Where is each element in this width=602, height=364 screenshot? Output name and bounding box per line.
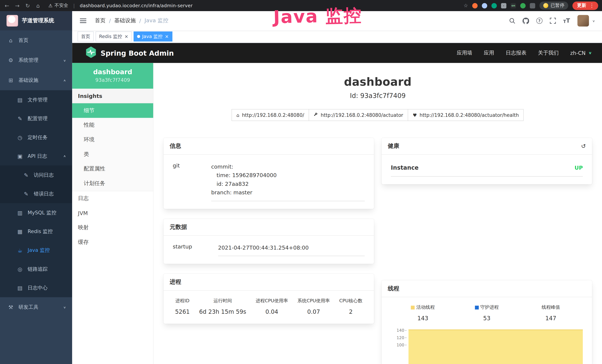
close-icon[interactable]: × — [124, 34, 128, 39]
browser-home-icon[interactable]: ⌂ — [35, 2, 41, 9]
health-card-title: 健康 — [388, 142, 399, 150]
sba-main: dashboard Id: 93a3fc7f7409 ⌂ http://192.… — [153, 63, 602, 364]
active-threads-swatch — [411, 305, 415, 309]
extension-icon[interactable] — [472, 3, 478, 8]
log-doc-icon: ✎ — [23, 172, 29, 178]
health-card: 健康 ↺ Instance UP — [382, 138, 592, 184]
extension-icon[interactable]: on — [511, 3, 516, 8]
sidebar-item-home[interactable]: ⌂ 首页 — [0, 30, 72, 50]
breadcrumb-infrastructure[interactable]: 基础设施 — [114, 17, 136, 24]
sba-header: Spring Boot Admin 应用墙 应用 日志报表 关于我们 zh-CN… — [72, 43, 602, 63]
sba-nav-applications[interactable]: 应用 — [484, 50, 494, 56]
extension-icon[interactable] — [492, 3, 497, 8]
sidebar-item-config-management[interactable]: ✎ 配置管理 — [0, 109, 72, 128]
actuator-url-link[interactable]: http://192.168.0.2:48080/actuator — [309, 109, 408, 121]
sba-nav-about[interactable]: 关于我们 — [538, 50, 559, 56]
breadcrumb-home[interactable]: 首页 — [95, 17, 106, 24]
face-icon — [543, 3, 548, 8]
infrastructure-submenu: ▤ 文件管理 ✎ 配置管理 ◷ 定时任务 ▣ API 日志 ∧ — [0, 90, 72, 297]
log-doc-icon: ✎ — [23, 191, 29, 197]
sidebar-item-java-monitor[interactable]: ☕ Java 监控 — [0, 241, 72, 259]
extension-icon[interactable] — [501, 3, 506, 8]
instance-header[interactable]: dashboard 93a3fc7f7409 — [72, 63, 153, 89]
reload-icon[interactable]: ↻ — [25, 2, 31, 9]
history-icon[interactable]: ↺ — [581, 143, 586, 150]
bookmark-star-icon[interactable]: ☆ — [463, 3, 468, 8]
metadata-card: 元数据 startup 2021-04-27T00:44:31.254+08:0… — [163, 219, 374, 264]
sidebar-item-api-logs[interactable]: ▣ API 日志 ∧ — [0, 147, 72, 165]
sidebar-item-log-center[interactable]: ▤ 日志中心 — [0, 278, 72, 297]
extensions-puzzle-icon[interactable] — [530, 3, 535, 8]
sba-item-config-props[interactable]: 配置属性 — [72, 162, 153, 176]
sidebar-item-tracing[interactable]: ◎ 链路追踪 — [0, 260, 72, 278]
sba-item-caches[interactable]: 缓存 — [72, 235, 153, 250]
health-url-link[interactable]: ♥ http://192.168.0.2:48080/actuator/heal… — [408, 109, 524, 121]
active-threads-area — [408, 330, 583, 364]
font-size-icon[interactable]: TT — [563, 18, 570, 23]
sba-item-metrics[interactable]: 性能 — [72, 118, 153, 133]
search-icon[interactable] — [509, 18, 515, 24]
sba-item-mappings[interactable]: 映射 — [72, 221, 153, 235]
sba-brand[interactable]: Spring Boot Admin — [86, 47, 174, 60]
sba-item-classes[interactable]: 类 — [72, 147, 153, 162]
browser-menu-icon[interactable]: ⋮ — [589, 3, 594, 8]
instance-name: dashboard — [75, 68, 150, 76]
tab-java-monitor[interactable]: Java 监控 × — [134, 32, 172, 42]
paused-badge[interactable]: 已暂停 — [539, 1, 568, 10]
layers-icon: ▦ — [17, 228, 23, 234]
sba-item-details[interactable]: 细节 — [72, 103, 153, 118]
sidebar-item-mysql-monitor[interactable]: ▥ MySQL 监控 — [0, 203, 72, 222]
forward-icon[interactable]: → — [14, 2, 20, 9]
extension-icon[interactable] — [482, 3, 487, 8]
sidebar-item-system-management[interactable]: ⚙ 系统管理 ∨ — [0, 50, 72, 70]
app-logo-image — [7, 15, 18, 27]
chart-plot-area — [408, 328, 583, 364]
address-bar[interactable]: dashboard.yudao.iocoder.cn/infra/admin-s… — [80, 3, 193, 8]
home-icon: ⌂ — [8, 37, 14, 43]
info-card: 信息 git commit: time: 1596289704000 id: 2… — [163, 138, 374, 209]
tab-home[interactable]: 首页 — [77, 32, 94, 42]
document-icon: ▣ — [17, 153, 23, 159]
fullscreen-icon[interactable] — [550, 18, 556, 24]
breadcrumb-current: Java 监控 — [145, 17, 168, 24]
sba-nav: 应用墙 应用 日志报表 关于我们 zh-CN ∨ — [457, 50, 592, 56]
sba-item-jvm[interactable]: JVM — [72, 206, 153, 221]
close-icon[interactable]: × — [165, 34, 169, 39]
browser-update-button[interactable]: 更新 ⋮ — [572, 1, 598, 10]
site-security-chip[interactable]: ⚠ 不安全 — [48, 2, 68, 9]
health-instance-row[interactable]: Instance UP — [391, 160, 583, 177]
sba-item-scheduled-tasks[interactable]: 计划任务 — [72, 176, 153, 191]
github-icon[interactable] — [522, 17, 529, 24]
language-selector[interactable]: zh-CN ∨ — [570, 50, 592, 56]
sidebar-item-error-logs[interactable]: ✎ 错误日志 — [0, 184, 72, 203]
sba-sidebar: dashboard 93a3fc7f7409 Insights 细节 性能 环境… — [72, 63, 153, 364]
admin-sidebar: 芋道管理系统 ⌂ 首页 ⚙ 系统管理 ∨ ⊞ 基础设施 ∧ — [0, 11, 72, 364]
sba-item-environment[interactable]: 环境 — [72, 132, 153, 147]
sidebar-item-file-management[interactable]: ▤ 文件管理 — [0, 90, 72, 109]
sidebar-item-redis-monitor[interactable]: ▦ Redis 监控 — [0, 222, 72, 241]
instance-url-link[interactable]: ⌂ http://192.168.0.2:48080/ — [231, 109, 309, 121]
navbar-actions: ? TT ∨ — [509, 15, 595, 27]
sba-nav-journal[interactable]: 日志报表 — [506, 50, 527, 56]
sba-item-logs[interactable]: 日志 — [72, 191, 153, 206]
heart-icon: ♥ — [413, 113, 417, 117]
avatar[interactable] — [577, 15, 589, 27]
sidebar-toggle-icon[interactable] — [80, 18, 86, 23]
chevron-down-icon: ∨ — [588, 51, 592, 55]
sidebar-item-scheduled-tasks[interactable]: ◷ 定时任务 — [0, 128, 72, 147]
app-title: 芋道管理系统 — [22, 17, 54, 24]
sidebar-item-access-logs[interactable]: ✎ 访问日志 — [0, 166, 72, 184]
help-icon[interactable]: ? — [536, 18, 542, 24]
sidebar-item-infrastructure[interactable]: ⊞ 基础设施 ∧ — [0, 70, 72, 90]
tab-redis-monitor[interactable]: Redis 监控 × — [96, 32, 132, 42]
left-column: 信息 git commit: time: 1596289704000 id: 2… — [163, 138, 374, 334]
extension-icon[interactable] — [520, 3, 526, 8]
process-card: 进程 进程ID5261 运行时间6d 23h 15m 59s 进程CPU使用率0… — [163, 274, 374, 324]
sidebar-item-dev-tools[interactable]: ⚒ 研发工具 ∨ — [0, 297, 72, 317]
wrench-icon — [314, 113, 318, 118]
process-card-title: 进程 — [170, 278, 181, 286]
breadcrumb-separator: / — [139, 18, 141, 24]
sba-nav-wallboard[interactable]: 应用墙 — [457, 50, 473, 56]
back-icon[interactable]: ← — [4, 2, 10, 9]
app-logo: 芋道管理系统 — [0, 11, 72, 30]
